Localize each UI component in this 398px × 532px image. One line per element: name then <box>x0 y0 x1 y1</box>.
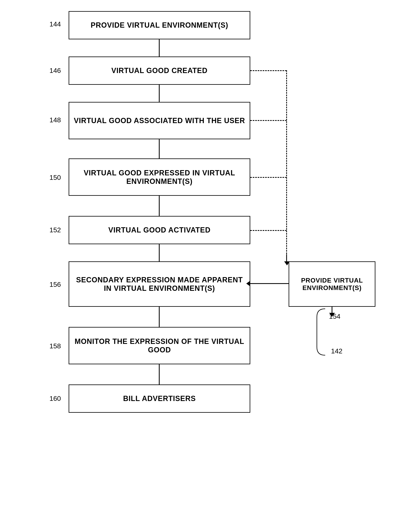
box-virtual-good-expressed: VIRTUAL GOOD EXPRESSED IN VIRTUAL ENVIRO… <box>69 158 250 196</box>
box-provide-virtual-env-right: PROVIDE VIRTUAL ENVIRONMENT(S) <box>289 261 375 307</box>
arrow-7-8 <box>159 364 160 385</box>
dashed-line-box5 <box>250 230 287 231</box>
label-158: 158 <box>50 342 61 350</box>
arrow-6-7 <box>159 307 160 327</box>
arrow-4-5 <box>159 196 160 216</box>
label-146: 146 <box>50 67 61 75</box>
box4-label: VIRTUAL GOOD EXPRESSED IN VIRTUAL ENVIRO… <box>73 169 246 186</box>
dashed-line-box3 <box>250 120 287 121</box>
arrow-box9-down <box>332 307 332 313</box>
arrow-2-3 <box>159 85 160 102</box>
label-150: 150 <box>50 174 61 181</box>
box-virtual-good-created: VIRTUAL GOOD CREATED <box>69 57 250 85</box>
box3-label: VIRTUAL GOOD ASSOCIATED WITH THE USER <box>74 116 245 125</box>
diagram-container: PROVIDE VIRTUAL ENVIRONMENT(S) 144 VIRTU… <box>0 0 398 532</box>
box6-label: SECONDARY EXPRESSION MADE APPARENT IN VI… <box>73 276 246 293</box>
arrow-5-6 <box>159 244 160 261</box>
label-156: 156 <box>50 280 61 288</box>
label-152: 152 <box>50 226 61 234</box>
label-142: 142 <box>331 347 342 355</box>
arrow-dashed-to-box9 <box>286 254 287 261</box>
box1-label: PROVIDE VIRTUAL ENVIRONMENT(S) <box>91 21 228 30</box>
box-monitor-expression: MONITOR THE EXPRESSION OF THE VIRTUAL GO… <box>69 327 250 364</box>
box-secondary-expression: SECONDARY EXPRESSION MADE APPARENT IN VI… <box>69 261 250 307</box>
label-148: 148 <box>50 116 61 124</box>
box9-label: PROVIDE VIRTUAL ENVIRONMENT(S) <box>293 277 371 292</box>
box5-label: VIRTUAL GOOD ACTIVATED <box>108 226 211 234</box>
box-virtual-good-activated: VIRTUAL GOOD ACTIVATED <box>69 216 250 244</box>
arrow-1-2 <box>159 39 160 57</box>
dashed-line-box2 <box>250 70 287 71</box>
box-provide-virtual-env: PROVIDE VIRTUAL ENVIRONMENT(S) <box>69 11 250 39</box>
bracket-142 <box>309 307 349 357</box>
dashed-line-box4 <box>250 177 287 178</box>
label-144: 144 <box>50 20 61 28</box>
box7-label: MONITOR THE EXPRESSION OF THE VIRTUAL GO… <box>73 337 246 354</box>
box-virtual-good-associated: VIRTUAL GOOD ASSOCIATED WITH THE USER <box>69 102 250 139</box>
box-bill-advertisers: BILL ADVERTISERS <box>69 385 250 413</box>
label-160: 160 <box>50 395 61 402</box>
dashed-vertical-right <box>286 70 287 261</box>
box2-label: VIRTUAL GOOD CREATED <box>111 66 208 75</box>
arrow-box9-to-box6 <box>250 283 289 284</box>
arrow-3-4 <box>159 139 160 158</box>
box8-label: BILL ADVERTISERS <box>123 394 196 403</box>
